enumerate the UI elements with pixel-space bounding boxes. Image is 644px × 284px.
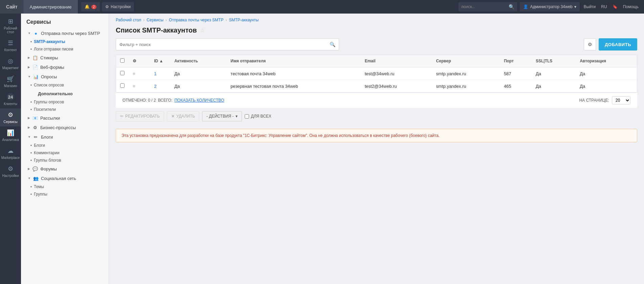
arrow-forums: ▶: [28, 167, 30, 170]
help-link[interactable]: Помощь: [622, 4, 640, 9]
for-all-checkbox[interactable]: [245, 114, 249, 119]
sidebar-item-survey-list[interactable]: Список опросов: [30, 81, 109, 89]
sidebar-item-forums[interactable]: ▶ 💬 Форумы: [21, 164, 109, 174]
table-settings-btn[interactable]: ⚙: [584, 38, 596, 50]
breadcrumb: Рабочий стол › Сервисы › Отправка почты …: [109, 14, 644, 24]
topbar-settings-btn[interactable]: ⚙ Настройки: [102, 2, 134, 12]
sidebar-item-survey-groups[interactable]: Группы опросов: [30, 98, 109, 106]
notifications-badge: 2: [91, 5, 97, 9]
lang-link[interactable]: RU: [600, 4, 608, 9]
nav-label-shop: Магазин: [4, 84, 17, 88]
notifications-icon: 🔔: [85, 4, 90, 9]
sidebar-item-newsletters[interactable]: ▶ 📧 Рассылки: [21, 113, 109, 123]
breadcrumb-services[interactable]: Сервисы: [147, 18, 163, 22]
newsletters-icon: 📧: [32, 115, 38, 121]
main-layout: ⊞ Рабочий стол ☰ Контент ◎ Маркетинг 🛒 М…: [0, 14, 644, 284]
nav-item-marketplace[interactable]: ☁ Marketplace: [0, 144, 21, 162]
nav-item-settings[interactable]: ⚙ Настройки: [0, 162, 21, 180]
search-input[interactable]: [461, 4, 509, 9]
nav-item-clients[interactable]: 24 Клиенты: [0, 90, 21, 108]
main-content: Рабочий стол › Сервисы › Отправка почты …: [109, 14, 644, 284]
row-checkbox-0[interactable]: [120, 71, 125, 75]
table-row: ≡ 1 Да тестовая почта 34web test@34web.r…: [116, 67, 637, 80]
nav-item-marketing[interactable]: ◎ Маркетинг: [0, 55, 21, 73]
smtp-group: SMTP-аккаунты Логи отправки писем: [21, 38, 109, 53]
user-icon: 👤: [523, 4, 528, 9]
page-header: Список SMTP-аккаунтов ☆: [109, 24, 644, 38]
filter-input[interactable]: [119, 42, 330, 47]
breadcrumb-smtp[interactable]: Отправка почты через SMTP: [169, 18, 223, 22]
topbar-center: 🔔 2 ⚙ Настройки: [78, 2, 459, 12]
arrow-newsletters: ▶: [28, 116, 30, 120]
nav-item-content[interactable]: ☰ Контент: [0, 37, 21, 55]
delete-btn[interactable]: ✕ УДАЛИТЬ: [167, 111, 199, 121]
breadcrumb-accounts[interactable]: SMTP-аккаунты: [229, 18, 259, 22]
nav-label-analytics: Аналитика: [2, 138, 19, 142]
admin-tab[interactable]: Администрирование: [24, 0, 78, 14]
nav-item-analytics[interactable]: 📊 Аналитика: [0, 126, 21, 144]
arrow-webforms: ▶: [28, 65, 30, 69]
sidebar-item-surveys[interactable]: ▼ 📊 Опросы: [21, 72, 109, 81]
favorite-icon[interactable]: ☆: [200, 27, 205, 34]
warning-text: Эта установка предназначена для разработ…: [121, 133, 440, 138]
sidebar-item-comments[interactable]: Комментарии: [30, 149, 109, 157]
settings-icon: ⚙: [105, 4, 109, 9]
search-icon[interactable]: 🔍: [509, 4, 514, 9]
row-email-cell: test2@34web.ru: [361, 80, 432, 93]
sidebar-label-newsletters: Рассылки: [40, 116, 60, 121]
bottom-right: НА СТРАНИЦЕ: 20 10 50 100: [579, 96, 630, 104]
actions-dropdown-btn[interactable]: - ДЕЙСТВИЯ - ▾: [202, 111, 242, 121]
sidebar: Сервисы ▼ ● Отправка почты через SMTP SM…: [21, 14, 109, 284]
nav-item-shop[interactable]: 🛒 Магазин: [0, 73, 21, 90]
sidebar-item-social[interactable]: ▼ 👥 Социальная сеть: [21, 174, 109, 183]
label-survey-list: Список опросов: [34, 83, 64, 87]
surveys-group: Список опросов: [21, 81, 109, 89]
sidebar-item-visitors[interactable]: Посетители: [30, 106, 109, 113]
sidebar-item-smtp[interactable]: ▼ ● Отправка почты через SMTP: [21, 28, 109, 38]
nav-item-desktop[interactable]: ⊞ Рабочий стол: [0, 15, 21, 37]
bookmark-icon[interactable]: 🔖: [611, 4, 619, 9]
sidebar-item-smtp-accounts[interactable]: SMTP-аккаунты: [30, 38, 109, 45]
sidebar-item-themes[interactable]: Темы: [30, 183, 109, 190]
page-title: Список SMTP-аккаунтов: [116, 26, 197, 34]
sidebar-item-bizproc[interactable]: ▶ ⚙ Бизнес-процессы: [21, 123, 109, 132]
edit-btn[interactable]: ✏ РЕДАКТИРОВАТЬ: [116, 111, 164, 121]
arrow-smtp: ▼: [28, 32, 31, 35]
row-checkbox-cell: [116, 80, 129, 93]
notifications-btn[interactable]: 🔔 2: [81, 2, 100, 12]
sidebar-item-blogs-list[interactable]: Блоги: [30, 142, 109, 149]
nav-label-marketplace: Marketplace: [1, 156, 20, 160]
sidebar-label-stickers: Стикеры: [40, 55, 58, 60]
add-btn[interactable]: ДОБАВИТЬ: [599, 38, 637, 50]
row-ssl-cell: Да: [532, 80, 576, 93]
dot-blog-groups: [30, 160, 32, 161]
for-all-label[interactable]: ДЛЯ ВСЕХ: [245, 114, 271, 119]
arrow-social: ▼: [28, 177, 31, 180]
row-id-link-0[interactable]: 1: [154, 71, 156, 76]
sidebar-label-smtp: Отправка почты через SMTP: [41, 31, 100, 36]
select-all-checkbox[interactable]: [120, 58, 125, 63]
sidebar-item-groups[interactable]: Группы: [30, 190, 109, 198]
row-checkbox-1[interactable]: [120, 83, 125, 88]
row-id-link-1[interactable]: 2: [154, 84, 156, 89]
analytics-icon: 📊: [7, 129, 14, 137]
logout-link[interactable]: Выйти: [582, 4, 597, 9]
sidebar-item-stickers[interactable]: ▶ 📋 Стикеры: [21, 53, 109, 62]
total-link[interactable]: ПОКАЗАТЬ КОЛИЧЕСТВО: [174, 98, 224, 103]
sidebar-item-blogs[interactable]: ▼ ✏ Блоги: [21, 132, 109, 142]
sidebar-item-smtp-logs[interactable]: Логи отправки писем: [30, 45, 109, 53]
row-activity-cell: Да: [170, 80, 226, 93]
site-tab[interactable]: Сайт: [0, 0, 24, 14]
row-port-cell: 587: [500, 67, 532, 80]
sidebar-item-webforms[interactable]: ▶ 📄 Веб-формы: [21, 62, 109, 72]
nav-label-clients: Клиенты: [4, 102, 17, 106]
per-page-select[interactable]: 20 10 50 100: [612, 96, 630, 104]
nav-label-settings: Настройки: [2, 174, 19, 178]
user-menu-btn[interactable]: 👤 Администратор 34web ▾: [520, 2, 579, 12]
left-nav: ⊞ Рабочий стол ☰ Контент ◎ Маркетинг 🛒 М…: [0, 14, 21, 284]
sidebar-item-additional[interactable]: Дополнительно: [21, 89, 109, 98]
nav-item-services[interactable]: ⚙ Сервисы: [0, 108, 21, 126]
sidebar-item-blog-groups[interactable]: Группы блогов: [30, 157, 109, 164]
th-id[interactable]: ID ▲: [150, 55, 170, 67]
breadcrumb-desktop[interactable]: Рабочий стол: [116, 18, 141, 22]
